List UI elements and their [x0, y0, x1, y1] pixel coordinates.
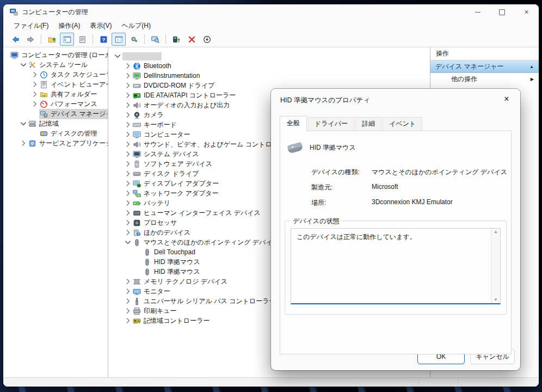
actions-group-header[interactable]: デバイス マネージャー ▲ — [430, 60, 539, 73]
tree-item[interactable]: タスク スケジューラ — [3, 70, 108, 79]
tree-item[interactable]: イベント ビューアー — [3, 79, 108, 89]
device-name: HID 準拠マウス — [310, 143, 356, 152]
chevron-right-icon[interactable] — [124, 140, 132, 149]
collapse-caret-icon[interactable]: ▲ — [529, 64, 534, 69]
expand-caret-icon: ▶ — [531, 77, 534, 82]
tree-item[interactable]: DellInstrumentation — [108, 71, 430, 81]
tree-item[interactable]: ディスクの管理 — [3, 128, 108, 138]
device-manager-icon — [40, 110, 48, 118]
minimize-button[interactable] — [465, 4, 490, 20]
camera-icon — [133, 111, 141, 119]
menu-item[interactable]: ファイル(F) — [9, 20, 53, 32]
help-icon: ? — [100, 35, 108, 44]
chevron-right-icon[interactable] — [124, 287, 132, 296]
scroll-down-icon[interactable]: ▼ — [494, 298, 498, 302]
device-status-textbox[interactable]: このデバイスは正常に動作しています。 ▲ ▼ — [291, 228, 501, 304]
tree-item-label: システム ツール — [39, 60, 88, 70]
tab-3[interactable]: イベント — [383, 117, 422, 131]
tree-item[interactable]: コンピューターの管理 (ローカル) — [3, 50, 108, 60]
tree-item-label: HID 準拠マウス — [154, 258, 200, 267]
tree-item[interactable] — [108, 51, 430, 61]
toolbar-separator — [165, 34, 166, 44]
tree-item-label: ソフトウェア デバイス — [144, 160, 212, 169]
chevron-right-icon[interactable] — [124, 179, 132, 188]
tab-0[interactable]: 全般 — [280, 116, 307, 131]
mouse-icon — [133, 238, 141, 247]
tree-item-label: ディスクの管理 — [51, 129, 97, 138]
chevron-right-icon[interactable] — [124, 111, 132, 119]
tree-item-label: ディスプレイ アダプター — [144, 179, 219, 188]
chevron-down-icon[interactable] — [19, 60, 28, 69]
chevron-down-icon[interactable] — [124, 238, 132, 247]
tree-item[interactable]: 共有フォルダー — [3, 89, 108, 99]
close-button[interactable]: × — [514, 4, 539, 20]
tree-item[interactable]: デバイス マネージャー — [3, 109, 108, 119]
menu-item[interactable]: ヘルプ(H) — [116, 20, 156, 32]
tree-item-label: 印刷キュー — [144, 307, 177, 316]
scroll-up-icon[interactable]: ▲ — [494, 230, 498, 234]
export-list-icon — [48, 35, 56, 44]
menu-item[interactable]: 表示(V) — [85, 20, 116, 32]
help-button[interactable]: ? — [96, 33, 110, 46]
chevron-right-icon[interactable] — [124, 218, 132, 227]
menu-item[interactable]: 操作(A) — [53, 20, 85, 32]
chevron-right-icon[interactable] — [124, 199, 132, 207]
chevron-right-icon[interactable] — [124, 91, 132, 100]
update-driver-button[interactable] — [169, 33, 183, 46]
chevron-right-icon[interactable] — [124, 160, 132, 168]
title-bar[interactable]: コンピューターの管理 × — [3, 4, 539, 20]
forward-button[interactable] — [23, 33, 38, 46]
back-icon — [11, 35, 20, 44]
dialog-close-icon[interactable]: × — [497, 93, 516, 106]
tree-item[interactable]: システム ツール — [3, 60, 108, 70]
chevron-right-icon[interactable] — [30, 100, 39, 108]
svg-text:?: ? — [138, 231, 140, 235]
chevron-right-icon[interactable] — [124, 150, 132, 158]
computer-name-redacted[interactable] — [122, 52, 162, 60]
chevron-right-icon[interactable] — [124, 228, 132, 237]
chevron-right-icon[interactable] — [124, 209, 132, 217]
tree-item[interactable]: 記憶域 — [3, 119, 108, 128]
chevron-right-icon[interactable] — [124, 81, 132, 90]
chevron-right-icon[interactable] — [124, 101, 132, 109]
tree-item[interactable]: Bluetooth — [108, 61, 430, 71]
chevron-right-icon[interactable] — [30, 90, 39, 99]
chevron-right-icon[interactable] — [124, 307, 132, 315]
uninstall-button[interactable] — [184, 33, 199, 46]
chevron-right-icon[interactable] — [30, 70, 39, 79]
chevron-right-icon[interactable] — [124, 71, 132, 80]
tree-item[interactable]: サービスとアプリケーション — [3, 138, 108, 148]
chevron-right-icon[interactable] — [19, 139, 28, 148]
device-status-group-label: デバイスの状態 — [291, 217, 341, 226]
tree-item[interactable]: パフォーマンス — [3, 99, 108, 109]
more-actions-item[interactable]: 他の操作 ▶ — [430, 73, 539, 85]
export-list-button[interactable] — [45, 33, 59, 46]
maximize-button[interactable] — [490, 4, 514, 20]
chevron-right-icon[interactable] — [124, 316, 132, 325]
chevron-right-icon[interactable] — [124, 189, 132, 198]
back-button[interactable] — [8, 33, 22, 46]
event-viewer-icon — [40, 81, 48, 89]
chevron-right-icon[interactable] — [124, 120, 132, 129]
tab-2[interactable]: 詳細 — [355, 117, 381, 131]
gear-add-button[interactable] — [127, 33, 141, 46]
menu-bar: ファイル(F)操作(A)表示(V)ヘルプ(H) — [3, 20, 539, 32]
device-field-row: デバイスの種類:マウスとそのほかのポインティング デバイス — [280, 168, 511, 177]
action-pane-button[interactable] — [112, 33, 126, 46]
chevron-down-icon[interactable] — [113, 52, 122, 60]
tab-1[interactable]: ドライバー — [308, 117, 354, 131]
chevron-right-icon[interactable] — [124, 169, 132, 178]
bluetooth-icon — [133, 62, 141, 70]
disable-button[interactable] — [200, 33, 214, 46]
properties-button[interactable] — [75, 33, 89, 46]
chevron-right-icon[interactable] — [124, 277, 132, 286]
scan-hardware-button[interactable] — [148, 33, 162, 46]
dialog-title-bar[interactable]: HID 準拠マウスのプロパティ × — [271, 89, 520, 118]
status-scrollbar[interactable]: ▲ ▼ — [491, 229, 500, 303]
console-tree-button[interactable] — [60, 33, 74, 46]
chevron-right-icon[interactable] — [124, 62, 132, 70]
chevron-right-icon[interactable] — [124, 130, 132, 139]
chevron-right-icon[interactable] — [30, 80, 39, 89]
chevron-right-icon[interactable] — [124, 297, 132, 305]
chevron-down-icon[interactable] — [19, 119, 28, 128]
